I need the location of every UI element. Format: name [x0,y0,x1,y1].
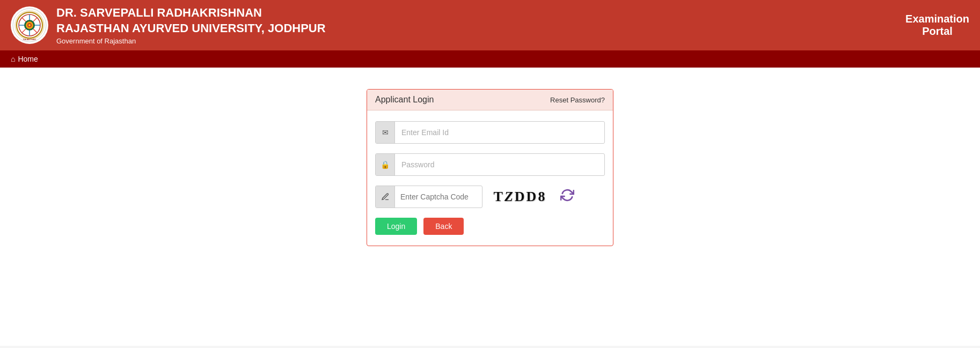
portal-title: Examination Portal [905,13,969,38]
portal-title-line2: Portal [905,25,969,38]
university-logo: RAJASTHAN [11,6,48,44]
password-input-group: 🔒 [375,153,605,176]
button-row: Login Back [375,218,605,235]
login-button[interactable]: Login [375,218,417,235]
captcha-image: TZD D 8 [488,187,552,207]
login-card-body: ✉ 🔒 [367,110,613,246]
captcha-refresh-icon[interactable] [560,188,574,205]
email-icon: ✉ [376,122,395,143]
captcha-icon [376,186,395,208]
email-input[interactable] [395,124,604,141]
svg-point-7 [28,24,31,26]
university-name-block: DR. SARVEPALLI RADHAKRISHNAN RAJASTHAN A… [56,5,326,45]
home-nav-label: Home [18,55,38,63]
svg-text:RAJASTHAN: RAJASTHAN [23,38,36,41]
password-input[interactable] [395,156,604,173]
login-card-title: Applicant Login [375,95,434,105]
lock-icon: 🔒 [376,154,395,175]
home-nav-link[interactable]: ⌂ Home [11,55,38,63]
navbar: ⌂ Home [0,50,980,68]
university-name-line1: DR. SARVEPALLI RADHAKRISHNAN [56,5,326,21]
login-card: Applicant Login Reset Password? ✉ 🔒 [367,89,613,246]
email-input-group: ✉ [375,121,605,144]
reset-password-link[interactable]: Reset Password? [550,96,605,104]
main-content: Applicant Login Reset Password? ✉ 🔒 [0,68,980,346]
back-button[interactable]: Back [423,218,464,235]
university-name-line2: RAJASTHAN AYURVED UNIVERSITY, JODHPUR [56,21,326,36]
site-header: RAJASTHAN DR. SARVEPALLI RADHAKRISHNAN R… [0,0,980,50]
portal-title-line1: Examination [905,13,969,25]
login-card-header: Applicant Login Reset Password? [367,90,613,110]
captcha-row: TZD D 8 [375,186,605,208]
gov-text: Government of Rajasthan [56,37,326,45]
header-left: RAJASTHAN DR. SARVEPALLI RADHAKRISHNAN R… [11,5,326,45]
captcha-input-group [375,186,482,208]
captcha-input[interactable] [395,188,500,205]
home-icon: ⌂ [11,55,15,63]
